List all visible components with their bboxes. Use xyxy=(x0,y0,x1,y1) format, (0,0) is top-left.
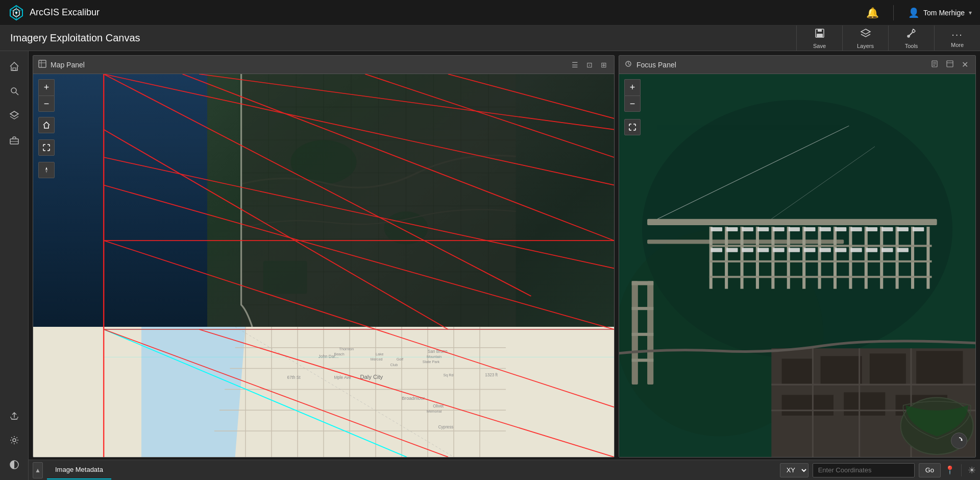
svg-text:Cypress: Cypress xyxy=(438,425,453,429)
map-panel: Map Panel ☰ ⊡ ⊞ xyxy=(33,55,615,458)
svg-text:State Park: State Park xyxy=(423,360,440,364)
svg-rect-139 xyxy=(773,248,784,252)
svg-rect-17 xyxy=(39,60,46,67)
map-zoom-in-button[interactable]: + xyxy=(38,79,55,95)
second-header: Imagery Exploitation Canvas Save Layers xyxy=(0,26,980,51)
svg-rect-151 xyxy=(632,307,654,310)
save-label: Save xyxy=(813,43,826,49)
svg-text:Daly City: Daly City xyxy=(360,374,383,380)
svg-rect-147 xyxy=(897,248,909,252)
svg-text:Club: Club xyxy=(390,363,398,367)
svg-rect-153 xyxy=(632,358,654,362)
tools-button[interactable]: Tools xyxy=(888,26,934,51)
more-button[interactable]: ··· More xyxy=(934,26,980,51)
focus-panel-body: + − xyxy=(619,74,975,457)
svg-rect-145 xyxy=(866,248,877,252)
app-logo-icon xyxy=(8,5,24,21)
map-panel-icon xyxy=(38,60,46,70)
more-label: More xyxy=(951,42,964,48)
svg-rect-115 xyxy=(896,227,899,289)
layers-button[interactable]: Layers xyxy=(842,26,888,51)
notification-icon[interactable]: 🔔 xyxy=(866,7,879,19)
sidebar-upload-button[interactable] xyxy=(3,404,26,427)
sidebar-briefcase-button[interactable] xyxy=(3,129,26,151)
svg-line-13 xyxy=(16,92,18,95)
map-fullscreen-button[interactable] xyxy=(38,139,55,156)
svg-rect-102 xyxy=(647,239,844,244)
svg-rect-127 xyxy=(804,227,815,231)
svg-text:Broadmoor: Broadmoor xyxy=(402,396,425,401)
map-zoom-out-button[interactable]: − xyxy=(38,95,55,112)
focus-zoom-out-button[interactable]: − xyxy=(624,95,641,112)
svg-rect-96 xyxy=(947,61,953,67)
svg-rect-120 xyxy=(709,276,932,278)
bottom-bar: ▲ Image Metadata XY Go 📍 ☀ xyxy=(29,460,980,480)
svg-rect-140 xyxy=(789,248,800,252)
focus-panel-close-button[interactable]: ✕ xyxy=(960,59,970,70)
bottom-panel-collapse-button[interactable]: ▲ xyxy=(33,462,43,478)
svg-text:Sq Rd: Sq Rd xyxy=(444,373,454,377)
marina-svg xyxy=(619,74,975,457)
bottom-right-controls: XY Go 📍 ☀ xyxy=(780,463,976,477)
svg-point-12 xyxy=(11,88,16,93)
focus-panel-window-icon[interactable] xyxy=(944,59,955,70)
svg-rect-112 xyxy=(849,227,852,289)
map-imagery: Daly City Broadmoor John Dar... Thornton… xyxy=(33,74,614,457)
svg-rect-107 xyxy=(771,227,774,289)
sidebar-home-button[interactable] xyxy=(3,55,26,78)
sidebar-search-button[interactable] xyxy=(3,80,26,102)
svg-rect-117 xyxy=(926,227,929,289)
svg-text:Mple Ave: Mple Ave xyxy=(334,375,351,380)
svg-rect-149 xyxy=(647,281,653,385)
coordinate-input[interactable] xyxy=(813,463,915,477)
svg-rect-101 xyxy=(647,219,937,225)
map-panel-title: Map Panel xyxy=(51,61,566,69)
focus-compass-button[interactable] xyxy=(951,433,967,449)
svg-rect-152 xyxy=(632,333,654,336)
user-section[interactable]: 👤 Tom Merhige ▾ xyxy=(908,7,972,18)
svg-rect-37 xyxy=(263,261,307,294)
map-panel-header: Map Panel ☰ ⊡ ⊞ xyxy=(33,56,614,74)
svg-point-35 xyxy=(290,140,356,184)
app-title: ArcGIS Excalibur xyxy=(30,7,866,18)
go-button[interactable]: Go xyxy=(919,463,941,477)
svg-rect-157 xyxy=(870,353,906,385)
map-panel-body: Daly City Broadmoor John Dar... Thornton… xyxy=(33,74,614,457)
svg-rect-125 xyxy=(773,227,784,231)
focus-panel-doc-icon[interactable] xyxy=(929,59,940,70)
svg-text:Thornton: Thornton xyxy=(339,347,354,351)
focus-fullscreen-button[interactable] xyxy=(624,119,641,135)
focus-zoom-in-button[interactable]: + xyxy=(624,79,641,95)
map-grid-icon[interactable]: ⊞ xyxy=(599,60,609,70)
svg-rect-7 xyxy=(818,29,822,32)
svg-rect-113 xyxy=(865,227,868,289)
sidebar-layers-button[interactable] xyxy=(3,104,26,127)
svg-rect-106 xyxy=(756,227,759,289)
map-expand-icon[interactable]: ⊡ xyxy=(584,60,595,70)
map-home-button[interactable] xyxy=(38,117,55,133)
main-layout: Map Panel ☰ ⊡ ⊞ xyxy=(0,51,980,480)
svg-point-16 xyxy=(13,439,16,442)
top-header: ArcGIS Excalibur 🔔 👤 Tom Merhige ▾ xyxy=(0,0,980,26)
svg-rect-150 xyxy=(632,281,654,285)
map-list-icon[interactable]: ☰ xyxy=(570,60,580,70)
svg-text:Lake: Lake xyxy=(376,352,383,356)
svg-rect-108 xyxy=(787,227,790,289)
svg-rect-124 xyxy=(757,227,769,231)
svg-rect-8 xyxy=(817,34,823,37)
svg-rect-121 xyxy=(711,227,722,231)
save-button[interactable]: Save xyxy=(796,26,842,51)
location-pin-icon[interactable]: 📍 xyxy=(945,465,955,475)
coordinate-mode-select[interactable]: XY xyxy=(780,463,808,477)
svg-text:67th St: 67th St xyxy=(287,375,301,380)
sun-icon[interactable]: ☀ xyxy=(968,465,976,476)
sidebar-theme-button[interactable] xyxy=(3,453,26,476)
toolbar: Save Layers Tools ··· More xyxy=(796,26,980,51)
sidebar-settings-button[interactable] xyxy=(3,429,26,451)
svg-text:Beach: Beach xyxy=(334,352,344,356)
map-compass-button[interactable] xyxy=(38,162,55,178)
layers-label: Layers xyxy=(857,43,874,49)
svg-rect-156 xyxy=(821,356,862,385)
svg-text:1323 ft: 1323 ft xyxy=(485,373,498,377)
image-metadata-tab[interactable]: Image Metadata xyxy=(47,461,111,479)
